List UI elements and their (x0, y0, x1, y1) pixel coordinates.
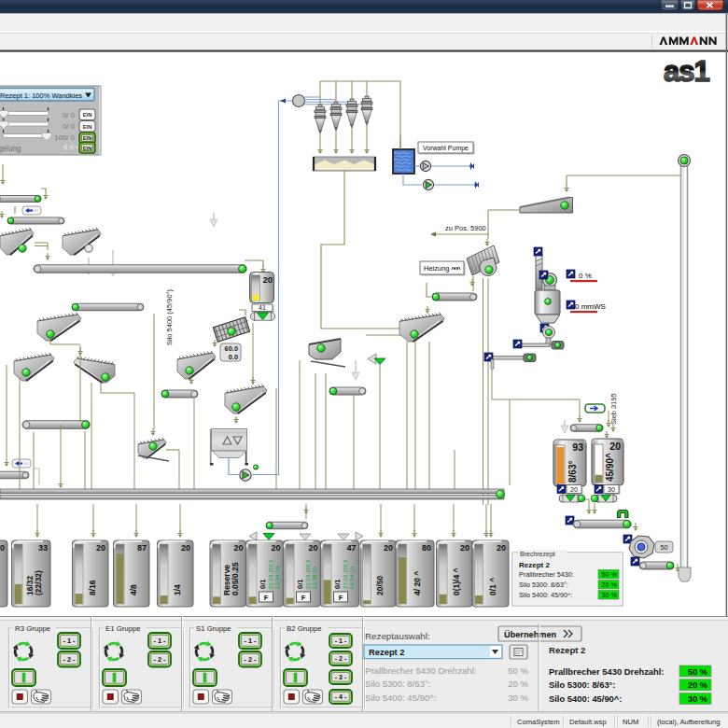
svg-text:20: 20 (96, 543, 105, 553)
svg-text:Heizung: Heizung (424, 264, 450, 273)
svg-text:0.05/0.25: 0.05/0.25 (231, 562, 240, 595)
svg-text:0/ 0: 0/ 0 (63, 111, 76, 119)
svg-text:F: F (339, 594, 343, 602)
svg-text:Rezept 1: 100% Wandkies: Rezept 1: 100% Wandkies (0, 91, 82, 100)
svg-text:Prallbrecher 5430 Drehzahl:: Prallbrecher 5430 Drehzahl: (549, 666, 665, 677)
svg-text:8/16: 8/16 (88, 580, 97, 595)
svg-text:- 4 -: - 4 - (335, 693, 347, 700)
svg-text:ComaSystem: ComaSystem (517, 718, 560, 726)
svg-text:EIN: EIN (83, 146, 92, 151)
svg-text:16:24:15: 16:24:15 (348, 566, 355, 589)
svg-text:(22/32): (22/32) (34, 570, 43, 595)
svg-text:Rezept 2: Rezept 2 (549, 645, 585, 655)
svg-text:NUM: NUM (623, 718, 638, 726)
svg-text:20: 20 (460, 543, 469, 553)
svg-text:Rezept 2: Rezept 2 (369, 647, 405, 657)
svg-text:20: 20 (233, 543, 243, 553)
svg-text:Brechrezept: Brechrezept (520, 551, 555, 558)
svg-text:- 1 -: - 1 - (153, 637, 166, 645)
svg-text:50 %: 50 % (688, 667, 707, 677)
svg-text:22.03.2013: 22.03.2013 (267, 559, 273, 589)
svg-text:Silo 5400 (45/90°): Silo 5400 (45/90°) (165, 288, 174, 345)
svg-text:Rezeptauswahl:: Rezeptauswahl: (365, 631, 430, 641)
svg-text:gelung: gelung (0, 145, 21, 153)
svg-text:13:34:18: 13:34:18 (273, 566, 280, 589)
svg-text:- 3 -: - 3 - (335, 674, 347, 680)
svg-text:87: 87 (137, 543, 147, 553)
svg-text:20 %: 20 % (602, 581, 618, 589)
svg-text:0 %: 0 % (579, 272, 592, 280)
svg-text:20: 20 (384, 543, 393, 553)
svg-text:zu Pos. 5900: zu Pos. 5900 (445, 224, 486, 232)
svg-text:0/1: 0/1 (296, 580, 304, 589)
svg-text:- 1 -: - 1 - (244, 637, 257, 645)
svg-text:0/1 ^: 0/1 ^ (488, 578, 497, 595)
svg-text:0.0: 0.0 (229, 353, 238, 361)
svg-text:S1 Gruppe: S1 Gruppe (196, 624, 231, 633)
svg-text:20: 20 (308, 543, 317, 553)
svg-text:8/63°: 8/63° (567, 461, 578, 483)
svg-text:Vorwahl Pumpe: Vorwahl Pumpe (423, 145, 469, 152)
svg-text:B2 Gruppe: B2 Gruppe (287, 624, 322, 633)
svg-text:EIN: EIN (83, 124, 92, 130)
svg-text:Silo 5400: 45/90^:: Silo 5400: 45/90^: (519, 591, 572, 599)
svg-text:50 %: 50 % (602, 570, 618, 579)
svg-text:E1 Gruppe: E1 Gruppe (105, 624, 141, 633)
svg-text:30 %: 30 % (508, 693, 528, 703)
svg-text:Silo 5300: 8/63°:: Silo 5300: 8/63°: (519, 581, 568, 589)
svg-text:- 1 -: - 1 - (335, 637, 347, 644)
svg-text:(local), Aufbereitung: (local), Aufbereitung (657, 718, 721, 726)
svg-text:45/90^: 45/90^ (605, 453, 615, 482)
svg-text:47: 47 (346, 543, 356, 553)
svg-text:- 2 -: - 2 - (63, 655, 76, 664)
svg-text:Default.wsp: Default.wsp (569, 718, 607, 726)
svg-text:20: 20 (570, 486, 578, 493)
svg-text:0: 0 (0, 543, 5, 553)
svg-text:50 %: 50 % (508, 665, 528, 676)
svg-text:20: 20 (609, 441, 621, 452)
svg-text:as1: as1 (664, 55, 709, 88)
svg-text:20: 20 (271, 543, 280, 553)
svg-text:Übernehmen: Übernehmen (504, 630, 557, 639)
svg-text:41: 41 (259, 304, 266, 311)
svg-text:20: 20 (181, 543, 190, 553)
svg-text:0/1: 0/1 (333, 580, 342, 589)
svg-text:50: 50 (661, 543, 668, 552)
svg-text:30: 30 (608, 486, 615, 493)
svg-text:13:35:20: 13:35:20 (311, 566, 317, 589)
svg-text:4/8: 4/8 (129, 584, 138, 595)
svg-text:Silo 5300: 8/63°:: Silo 5300: 8/63°: (549, 679, 616, 690)
svg-text:Rezept 2: Rezept 2 (519, 561, 550, 569)
svg-text:R3 Gruppe: R3 Gruppe (15, 624, 50, 633)
svg-text:22.03.2013: 22.03.2013 (304, 559, 311, 589)
svg-text:- 2 -: - 2 - (335, 655, 347, 662)
svg-text:20 %: 20 % (508, 679, 528, 689)
svg-text:Silo 5400: 45/90^:: Silo 5400: 45/90^: (365, 693, 437, 703)
svg-text:- 1 -: - 1 - (63, 637, 76, 645)
svg-text:0(1)/4 ^: 0(1)/4 ^ (452, 567, 461, 595)
svg-text:0/ 0: 0/ 0 (63, 122, 76, 131)
svg-text:EIN: EIN (83, 112, 92, 118)
svg-text:20: 20 (497, 543, 506, 553)
svg-text:30 %: 30 % (688, 694, 707, 704)
svg-text:Sieb 3195: Sieb 3195 (609, 393, 618, 425)
svg-text:1/4: 1/4 (173, 584, 182, 595)
svg-text:93: 93 (572, 441, 583, 453)
svg-text:0 mmWS: 0 mmWS (575, 302, 606, 311)
svg-text:20 %: 20 % (688, 680, 707, 690)
svg-text:4/ 20 ^: 4/ 20 ^ (413, 571, 422, 595)
svg-text:- 2 -: - 2 - (244, 655, 257, 664)
svg-text:27.02.2013: 27.02.2013 (342, 559, 348, 589)
svg-text:F: F (264, 594, 269, 602)
svg-text:20/50: 20/50 (375, 575, 385, 595)
svg-text:20: 20 (262, 274, 273, 285)
svg-text:0/1: 0/1 (259, 580, 267, 589)
svg-text:- 2 -: - 2 - (153, 655, 166, 664)
svg-text:Prallbrecher 5430 Drehzahl:: Prallbrecher 5430 Drehzahl: (365, 665, 476, 676)
svg-text:33: 33 (38, 543, 48, 553)
svg-text:Prallbrecher 5430:: Prallbrecher 5430: (519, 570, 574, 579)
svg-text:100/ 0: 100/ 0 (54, 133, 75, 142)
svg-text:80: 80 (422, 543, 431, 553)
svg-text:Silo 5300: 8/63°:: Silo 5300: 8/63°: (365, 679, 431, 689)
svg-text:EIN: EIN (83, 135, 92, 141)
